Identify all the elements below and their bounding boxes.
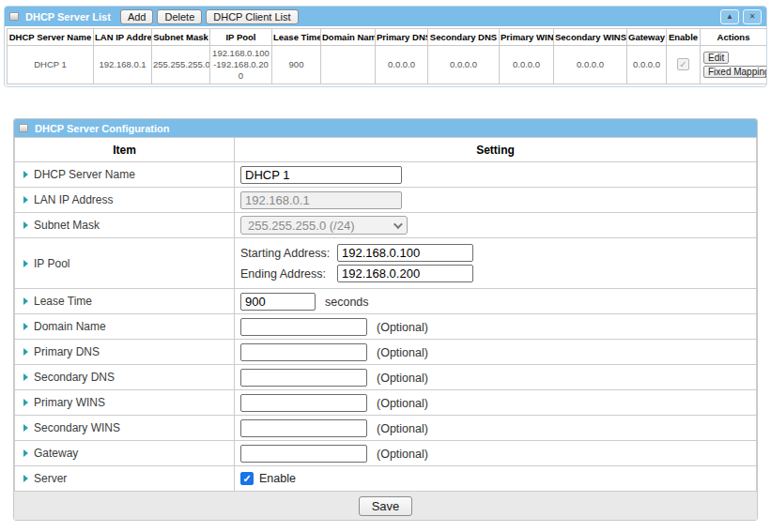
cell-actions: Edit Fixed Mapping [701, 46, 767, 84]
starting-address-label: Starting Address: [240, 247, 337, 260]
row-domain-name: Domain Name (Optional) [15, 314, 757, 340]
optional-text: (Optional) [377, 397, 428, 410]
edit-button[interactable]: Edit [703, 52, 729, 64]
item-bullet-icon [23, 221, 28, 229]
item-label: Primary WINS [34, 396, 105, 409]
dhcp-client-list-button[interactable]: DHCP Client List [206, 9, 298, 24]
collapse-icon[interactable]: ▲ [720, 9, 739, 24]
col-gateway: Gateway [627, 29, 667, 46]
row-dhcp-server-name: DHCP Server Name [15, 162, 757, 188]
server-enable-checkbox[interactable] [240, 472, 254, 485]
item-bullet-icon [23, 348, 28, 356]
lease-time-input[interactable] [240, 293, 316, 311]
row-primary-wins: Primary WINS (Optional) [15, 390, 757, 416]
enable-checkbox-disabled [677, 58, 689, 70]
server-list-header-row: DHCP Server Name LAN IP Address Subnet M… [8, 29, 767, 46]
col-dhcp-server-name: DHCP Server Name [8, 29, 94, 46]
subnet-mask-value: 255.255.255.0 (/24) [248, 219, 354, 233]
panel-icon [9, 12, 19, 21]
item-label: Secondary WINS [34, 421, 120, 434]
cell-subnet-mask: 255.255.255.0 [152, 46, 210, 84]
row-gateway: Gateway (Optional) [15, 441, 757, 466]
col-enable: Enable [667, 29, 701, 46]
optional-text: (Optional) [377, 321, 428, 334]
config-title: DHCP Server Configuration [35, 123, 169, 134]
col-primary-dns: Primary DNS [376, 29, 428, 46]
item-bullet-icon [23, 475, 28, 482]
col-secondary-dns: Secondary DNS [428, 29, 500, 46]
col-ip-pool: IP Pool [210, 29, 272, 46]
dhcp-server-name-input[interactable] [240, 166, 402, 184]
item-bullet-icon [23, 399, 28, 406]
fixed-mapping-button[interactable]: Fixed Mapping [703, 66, 767, 78]
item-bullet-icon [23, 424, 28, 432]
domain-name-input[interactable] [240, 318, 367, 336]
item-bullet-icon [23, 196, 28, 204]
item-label: Subnet Mask [34, 219, 100, 232]
cell-gateway: 0.0.0.0 [627, 46, 667, 84]
window-buttons: ▲ ✕ [720, 9, 762, 24]
item-bullet-icon [23, 171, 28, 178]
row-secondary-wins: Secondary WINS (Optional) [15, 416, 757, 441]
save-button[interactable]: Save [359, 496, 413, 516]
subnet-mask-select: 255.255.255.0 (/24) [240, 216, 408, 235]
row-ip-pool: IP Pool Starting Address: Ending Address… [15, 238, 757, 289]
row-subnet-mask: Subnet Mask 255.255.255.0 (/24) [15, 213, 757, 238]
item-bullet-icon [23, 449, 28, 457]
item-label: Secondary DNS [34, 371, 115, 384]
secondary-dns-input[interactable] [240, 369, 367, 387]
cell-ip-pool: 192.168.0.100-192.168.0.200 [210, 46, 272, 84]
gateway-input[interactable] [240, 445, 367, 463]
row-server: Server Enable [15, 466, 757, 492]
item-bullet-icon [23, 373, 28, 381]
item-bullet-icon [23, 297, 28, 305]
starting-address-input[interactable] [337, 244, 473, 262]
col-primary-wins: Primary WINS [500, 29, 554, 46]
dhcp-server-list-panel: DHCP Server List Add Delete DHCP Client … [4, 6, 767, 87]
col-secondary-wins: Secondary WINS [554, 29, 627, 46]
row-secondary-dns: Secondary DNS (Optional) [15, 365, 757, 390]
optional-text: (Optional) [377, 422, 428, 435]
item-label: DHCP Server Name [34, 168, 135, 181]
row-primary-dns: Primary DNS (Optional) [15, 340, 757, 365]
panel-icon [19, 124, 28, 132]
add-button[interactable]: Add [120, 9, 154, 24]
primary-wins-input[interactable] [240, 394, 367, 412]
dhcp-server-configuration-panel: DHCP Server Configuration Item Setting D… [13, 118, 758, 521]
secondary-wins-input[interactable] [240, 419, 367, 437]
item-label: LAN IP Address [34, 193, 114, 206]
col-domain-name: Domain Name [321, 29, 376, 46]
ending-address-label: Ending Address: [240, 267, 337, 281]
item-label: Primary DNS [34, 345, 100, 358]
cell-lease-time: 900 [272, 46, 321, 84]
cell-lan-ip: 192.168.0.1 [94, 46, 152, 84]
cell-domain-name [321, 46, 376, 84]
close-icon[interactable]: ✕ [743, 9, 762, 24]
item-bullet-icon [23, 260, 28, 267]
cell-enable [667, 46, 701, 84]
row-lan-ip-address: LAN IP Address [15, 188, 757, 213]
item-bullet-icon [23, 323, 28, 330]
col-lease-time: Lease Time [272, 29, 321, 46]
server-list-title: DHCP Server List [25, 11, 111, 23]
cell-name: DHCP 1 [8, 46, 94, 84]
cell-primary-dns: 0.0.0.0 [376, 46, 428, 84]
col-actions: Actions [701, 29, 767, 46]
col-lan-ip-address: LAN IP Address [94, 29, 152, 46]
config-table: Item Setting DHCP Server Name LAN IP Add… [14, 137, 757, 492]
optional-text: (Optional) [377, 372, 428, 385]
primary-dns-input[interactable] [240, 343, 367, 361]
item-label: Gateway [34, 447, 78, 460]
item-label: Lease Time [34, 295, 92, 308]
server-list-table: DHCP Server Name LAN IP Address Subnet M… [7, 28, 767, 84]
seconds-label: seconds [325, 296, 369, 309]
item-header: Item [15, 138, 235, 162]
lan-ip-address-input [240, 191, 402, 209]
cell-primary-wins: 0.0.0.0 [500, 46, 554, 84]
item-label: IP Pool [34, 257, 69, 270]
ending-address-input[interactable] [337, 265, 473, 282]
col-subnet-mask: Subnet Mask [152, 29, 210, 46]
enable-label: Enable [259, 472, 296, 485]
chevron-down-icon [393, 220, 403, 229]
delete-button[interactable]: Delete [157, 9, 202, 24]
